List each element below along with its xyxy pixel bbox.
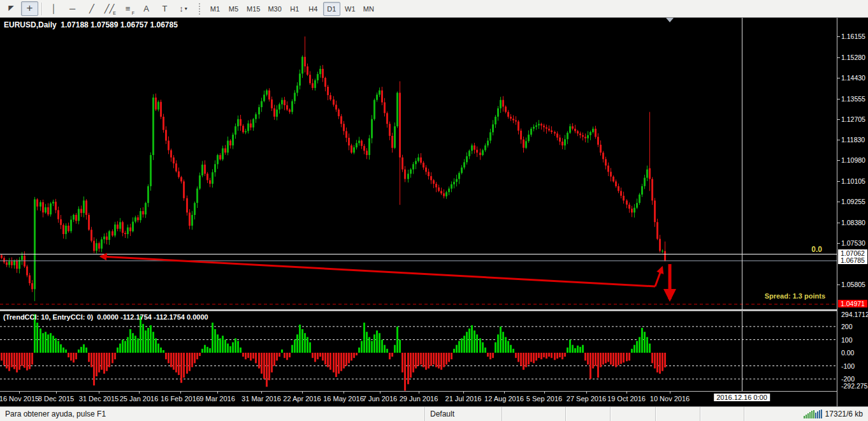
timeframe-w1[interactable]: W1 xyxy=(342,2,359,16)
price-tick xyxy=(837,36,840,37)
time-axis-label: 5 Sep 2016 xyxy=(526,395,562,403)
text-label-tool[interactable]: T xyxy=(156,1,173,16)
timeframe-h4[interactable]: H4 xyxy=(305,2,322,16)
indicator-canvas[interactable] xyxy=(0,311,837,391)
vertical-line-tool[interactable]: │ xyxy=(45,1,62,16)
price-tick xyxy=(837,160,840,161)
time-tick xyxy=(344,392,344,394)
time-axis[interactable]: 2016.12.16 0:00 16 Nov 20158 Dec 201531 … xyxy=(0,391,868,406)
price-axis-label: 1.07530 xyxy=(841,239,865,247)
chevron-down-icon: ▾ xyxy=(185,6,187,11)
timeframe-m5[interactable]: M5 xyxy=(225,2,242,16)
time-axis-label: 12 Aug 2016 xyxy=(484,395,524,403)
timeframe-m1[interactable]: M1 xyxy=(206,2,224,16)
text-label-icon: T xyxy=(163,4,168,13)
chart-title: EURUSD,Daily 1.07188 1.07589 1.06757 1.0… xyxy=(4,20,178,29)
price-tick xyxy=(837,284,840,285)
price-tick xyxy=(837,99,840,100)
price-axis-label: 1.15280 xyxy=(841,54,865,61)
status-help-text: Para obtener ayuda, pulse F1 xyxy=(0,407,424,421)
fibo-level-label: 0.0 xyxy=(790,245,822,254)
vertical-line-icon: │ xyxy=(51,4,56,13)
price-axis-label: 1.09255 xyxy=(841,198,865,205)
time-tick xyxy=(463,392,464,394)
up-right-arrow[interactable] xyxy=(655,267,662,286)
timeframe-d1[interactable]: D1 xyxy=(323,2,340,16)
time-axis-label: 31 Mar 2016 xyxy=(242,395,281,403)
time-tick xyxy=(261,392,262,394)
price-tick xyxy=(837,202,840,202)
status-empty-3 xyxy=(610,407,655,421)
time-axis-label: 9 Mar 2016 xyxy=(199,395,235,403)
price-tick xyxy=(837,243,840,244)
vline-date-box: 2016.12.16 0:00 xyxy=(714,394,770,401)
chart-shift-marker-icon[interactable] xyxy=(666,18,674,22)
fibonacci-retracement-tool[interactable]: ≡F xyxy=(119,1,136,16)
status-empty-5 xyxy=(700,407,744,421)
timeframe-h1[interactable]: H1 xyxy=(286,2,303,16)
indicator-axis-label: -100 xyxy=(841,362,855,370)
time-tick xyxy=(419,392,419,394)
time-tick xyxy=(139,392,140,394)
status-empty-4 xyxy=(655,407,700,421)
text-tool[interactable]: A xyxy=(138,1,155,16)
indicator-title: (TrendCCI: 10, EntryCCI: 0) 0.0000 -112.… xyxy=(3,313,208,321)
spread-label: Spread: 1.3 points xyxy=(746,292,825,300)
price-tick xyxy=(837,223,840,223)
time-axis-label: 22 Apr 2016 xyxy=(283,395,321,403)
time-axis-label: 31 Dec 2015 xyxy=(79,395,119,403)
profile-label: Default xyxy=(430,410,454,418)
fibonacci-retracement-icon: ≡ xyxy=(126,4,131,13)
time-axis-label: 16 Nov 2015 xyxy=(0,395,39,403)
time-axis-label: 25 Jan 2016 xyxy=(120,395,159,403)
mt4-window: ◤+│─╱╱╱E≡FAT↕▾M1M5M15M30H1H4D1W1MN EURUS… xyxy=(0,0,868,421)
price-box: 1.06785 xyxy=(838,256,867,264)
price-axis-label: 1.08380 xyxy=(841,219,865,226)
cursor-tool[interactable]: ◤ xyxy=(3,1,20,16)
indicator-axis-label: -292.2752 xyxy=(841,382,868,390)
price-axis-label: 1.10980 xyxy=(841,156,865,164)
crosshair-tool[interactable]: + xyxy=(21,1,38,16)
status-empty-2 xyxy=(565,407,610,421)
status-profile[interactable]: Default xyxy=(424,407,502,421)
connection-traffic: 17321/6 kb xyxy=(825,410,863,418)
time-axis-label: 8 Dec 2015 xyxy=(38,395,74,403)
main-chart-canvas[interactable] xyxy=(0,18,837,309)
trend-line-tool[interactable]: ╱ xyxy=(82,1,99,16)
time-axis-label: 29 Jun 2016 xyxy=(400,395,438,403)
price-tick xyxy=(837,140,840,140)
time-axis-label: 10 Nov 2016 xyxy=(650,395,690,403)
time-tick xyxy=(626,392,627,394)
price-tick xyxy=(837,78,840,78)
time-tick xyxy=(217,392,218,394)
price-axis-label: 1.10105 xyxy=(841,177,865,185)
timeframe-mn[interactable]: MN xyxy=(360,2,377,16)
time-axis-label: 7 Jun 2016 xyxy=(363,395,397,403)
time-axis-label: 16 Feb 2016 xyxy=(161,395,200,403)
time-tick xyxy=(19,392,20,394)
time-tick xyxy=(56,392,57,394)
price-box-red-level: 1.04971 xyxy=(838,300,867,307)
time-tick xyxy=(504,392,505,394)
connection-bars-icon xyxy=(804,410,822,418)
price-axis-label: 1.05805 xyxy=(841,281,865,288)
arrows-tool[interactable]: ↕▾ xyxy=(175,1,192,16)
price-axis-label: 1.13555 xyxy=(841,95,865,103)
equidistant-channel-tool[interactable]: ╱╱E xyxy=(101,1,118,16)
toolbar-separator xyxy=(41,3,42,15)
status-empty-1 xyxy=(502,407,565,421)
status-connection: 17321/6 kb xyxy=(744,407,868,421)
timeframe-m15[interactable]: M15 xyxy=(243,2,263,16)
price-axis[interactable]: 1.161551.152801.144301.135551.127051.118… xyxy=(837,18,868,406)
horizontal-line-tool[interactable]: ─ xyxy=(64,1,81,16)
indicator-axis-label: 200 xyxy=(841,323,853,330)
timeframe-m30[interactable]: M30 xyxy=(264,2,284,16)
time-tick xyxy=(586,392,587,394)
arrows-icon: ↕ xyxy=(179,4,184,13)
time-tick xyxy=(302,392,303,394)
chart-area[interactable]: EURUSD,Daily 1.07188 1.07589 1.06757 1.0… xyxy=(0,18,868,406)
time-tick xyxy=(99,392,99,394)
price-axis-label: 1.16155 xyxy=(841,33,865,40)
equidistant-channel-sub-label: E xyxy=(113,11,116,15)
indicator-axis-label: 294.1712 xyxy=(841,311,868,318)
